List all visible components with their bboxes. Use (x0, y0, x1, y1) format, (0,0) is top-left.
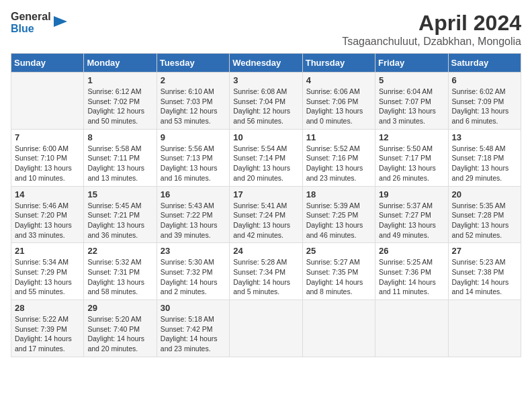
day-number: 7 (15, 132, 80, 142)
calendar-cell: 3Sunrise: 6:08 AM Sunset: 7:04 PM Daylig… (230, 73, 302, 130)
calendar-cell: 17Sunrise: 5:41 AM Sunset: 7:24 PM Dayli… (230, 186, 302, 243)
week-row-2: 7Sunrise: 6:00 AM Sunset: 7:10 PM Daylig… (11, 129, 521, 186)
day-number: 1 (87, 75, 152, 85)
day-info: Sunrise: 6:08 AM Sunset: 7:04 PM Dayligh… (233, 87, 298, 126)
day-info: Sunrise: 5:20 AM Sunset: 7:40 PM Dayligh… (87, 314, 152, 354)
day-number: 9 (161, 132, 226, 142)
calendar-cell: 28Sunrise: 5:22 AM Sunset: 7:39 PM Dayli… (11, 300, 84, 357)
header-cell-saturday: Saturday (448, 54, 521, 73)
day-number: 2 (161, 75, 226, 85)
calendar-cell (11, 73, 84, 130)
day-number: 17 (233, 189, 298, 199)
day-number: 26 (379, 246, 444, 256)
day-info: Sunrise: 6:02 AM Sunset: 7:09 PM Dayligh… (452, 87, 517, 126)
day-number: 14 (15, 189, 80, 199)
day-info: Sunrise: 5:43 AM Sunset: 7:22 PM Dayligh… (161, 201, 226, 240)
day-number: 8 (87, 132, 152, 142)
day-number: 11 (306, 132, 371, 142)
day-number: 6 (452, 75, 517, 85)
day-info: Sunrise: 5:52 AM Sunset: 7:16 PM Dayligh… (306, 144, 371, 183)
calendar-cell: 21Sunrise: 5:34 AM Sunset: 7:29 PM Dayli… (11, 243, 84, 300)
day-info: Sunrise: 6:04 AM Sunset: 7:07 PM Dayligh… (379, 87, 444, 126)
day-number: 19 (379, 189, 444, 199)
calendar-cell: 23Sunrise: 5:30 AM Sunset: 7:32 PM Dayli… (157, 243, 229, 300)
header-row: SundayMondayTuesdayWednesdayThursdayFrid… (11, 54, 521, 73)
day-info: Sunrise: 5:46 AM Sunset: 7:20 PM Dayligh… (15, 201, 80, 240)
calendar-cell (448, 300, 521, 357)
calendar-cell: 14Sunrise: 5:46 AM Sunset: 7:20 PM Dayli… (11, 186, 84, 243)
calendar-cell: 22Sunrise: 5:32 AM Sunset: 7:31 PM Dayli… (84, 243, 157, 300)
day-info: Sunrise: 5:25 AM Sunset: 7:36 PM Dayligh… (379, 257, 444, 297)
calendar-cell: 18Sunrise: 5:39 AM Sunset: 7:25 PM Dayli… (302, 186, 375, 243)
day-number: 21 (15, 246, 80, 256)
day-number: 15 (87, 189, 152, 199)
day-number: 28 (15, 303, 80, 313)
day-number: 3 (233, 75, 298, 85)
day-number: 29 (87, 303, 152, 313)
day-info: Sunrise: 5:22 AM Sunset: 7:39 PM Dayligh… (15, 314, 80, 354)
day-info: Sunrise: 5:28 AM Sunset: 7:34 PM Dayligh… (233, 257, 298, 297)
calendar-cell: 12Sunrise: 5:50 AM Sunset: 7:17 PM Dayli… (375, 129, 448, 186)
calendar-table: SundayMondayTuesdayWednesdayThursdayFrid… (11, 53, 521, 357)
day-info: Sunrise: 5:23 AM Sunset: 7:38 PM Dayligh… (452, 257, 517, 297)
calendar-cell: 4Sunrise: 6:06 AM Sunset: 7:06 PM Daylig… (302, 73, 375, 130)
logo-general: General (11, 11, 51, 22)
week-row-4: 21Sunrise: 5:34 AM Sunset: 7:29 PM Dayli… (11, 243, 521, 300)
calendar-cell (302, 300, 375, 357)
day-number: 4 (306, 75, 371, 85)
calendar-cell: 5Sunrise: 6:04 AM Sunset: 7:07 PM Daylig… (375, 73, 448, 130)
title-block: April 2024 Tsagaanchuluut, Dzabkhan, Mon… (342, 11, 521, 48)
calendar-cell: 1Sunrise: 6:12 AM Sunset: 7:02 PM Daylig… (84, 73, 157, 130)
day-number: 30 (161, 303, 226, 313)
day-info: Sunrise: 5:18 AM Sunset: 7:42 PM Dayligh… (161, 314, 226, 354)
calendar-cell: 24Sunrise: 5:28 AM Sunset: 7:34 PM Dayli… (230, 243, 302, 300)
day-info: Sunrise: 5:39 AM Sunset: 7:25 PM Dayligh… (306, 201, 371, 240)
day-info: Sunrise: 5:27 AM Sunset: 7:35 PM Dayligh… (306, 257, 371, 297)
day-info: Sunrise: 5:41 AM Sunset: 7:24 PM Dayligh… (233, 201, 298, 240)
calendar-cell (375, 300, 448, 357)
day-info: Sunrise: 5:35 AM Sunset: 7:28 PM Dayligh… (452, 201, 517, 240)
week-row-5: 28Sunrise: 5:22 AM Sunset: 7:39 PM Dayli… (11, 300, 521, 357)
day-info: Sunrise: 6:12 AM Sunset: 7:02 PM Dayligh… (87, 87, 152, 126)
day-number: 12 (379, 132, 444, 142)
calendar-cell: 9Sunrise: 5:56 AM Sunset: 7:13 PM Daylig… (157, 129, 229, 186)
calendar-cell: 7Sunrise: 6:00 AM Sunset: 7:10 PM Daylig… (11, 129, 84, 186)
calendar-header: SundayMondayTuesdayWednesdayThursdayFrid… (11, 54, 521, 73)
logo-text: General Blue (11, 11, 51, 34)
day-info: Sunrise: 6:06 AM Sunset: 7:06 PM Dayligh… (306, 87, 371, 126)
calendar-cell: 30Sunrise: 5:18 AM Sunset: 7:42 PM Dayli… (157, 300, 229, 357)
calendar-body: 1Sunrise: 6:12 AM Sunset: 7:02 PM Daylig… (11, 73, 521, 357)
day-info: Sunrise: 5:54 AM Sunset: 7:14 PM Dayligh… (233, 144, 298, 183)
day-info: Sunrise: 5:50 AM Sunset: 7:17 PM Dayligh… (379, 144, 444, 183)
calendar-cell: 20Sunrise: 5:35 AM Sunset: 7:28 PM Dayli… (448, 186, 521, 243)
calendar-cell: 25Sunrise: 5:27 AM Sunset: 7:35 PM Dayli… (302, 243, 375, 300)
calendar-cell: 11Sunrise: 5:52 AM Sunset: 7:16 PM Dayli… (302, 129, 375, 186)
day-number: 16 (161, 189, 226, 199)
page-subtitle: Tsagaanchuluut, Dzabkhan, Mongolia (342, 36, 521, 48)
calendar-cell: 29Sunrise: 5:20 AM Sunset: 7:40 PM Dayli… (84, 300, 157, 357)
calendar-cell: 16Sunrise: 5:43 AM Sunset: 7:22 PM Dayli… (157, 186, 229, 243)
day-info: Sunrise: 5:45 AM Sunset: 7:21 PM Dayligh… (87, 201, 152, 240)
header-cell-thursday: Thursday (302, 54, 375, 73)
week-row-3: 14Sunrise: 5:46 AM Sunset: 7:20 PM Dayli… (11, 186, 521, 243)
calendar-cell (230, 300, 302, 357)
header-cell-monday: Monday (84, 54, 157, 73)
svg-marker-0 (54, 16, 67, 27)
day-info: Sunrise: 5:37 AM Sunset: 7:27 PM Dayligh… (379, 201, 444, 240)
logo-arrow-icon (54, 16, 67, 30)
day-info: Sunrise: 5:32 AM Sunset: 7:31 PM Dayligh… (87, 257, 152, 297)
day-number: 24 (233, 246, 298, 256)
day-info: Sunrise: 5:34 AM Sunset: 7:29 PM Dayligh… (15, 257, 80, 297)
calendar-cell: 2Sunrise: 6:10 AM Sunset: 7:03 PM Daylig… (157, 73, 229, 130)
day-info: Sunrise: 6:10 AM Sunset: 7:03 PM Dayligh… (161, 87, 226, 126)
day-number: 22 (87, 246, 152, 256)
day-info: Sunrise: 6:00 AM Sunset: 7:10 PM Dayligh… (15, 144, 80, 183)
header-cell-friday: Friday (375, 54, 448, 73)
calendar-cell: 10Sunrise: 5:54 AM Sunset: 7:14 PM Dayli… (230, 129, 302, 186)
calendar-cell: 15Sunrise: 5:45 AM Sunset: 7:21 PM Dayli… (84, 186, 157, 243)
logo: General Blue (11, 11, 67, 34)
day-number: 13 (452, 132, 517, 142)
calendar-cell: 13Sunrise: 5:48 AM Sunset: 7:18 PM Dayli… (448, 129, 521, 186)
day-number: 25 (306, 246, 371, 256)
day-info: Sunrise: 5:48 AM Sunset: 7:18 PM Dayligh… (452, 144, 517, 183)
